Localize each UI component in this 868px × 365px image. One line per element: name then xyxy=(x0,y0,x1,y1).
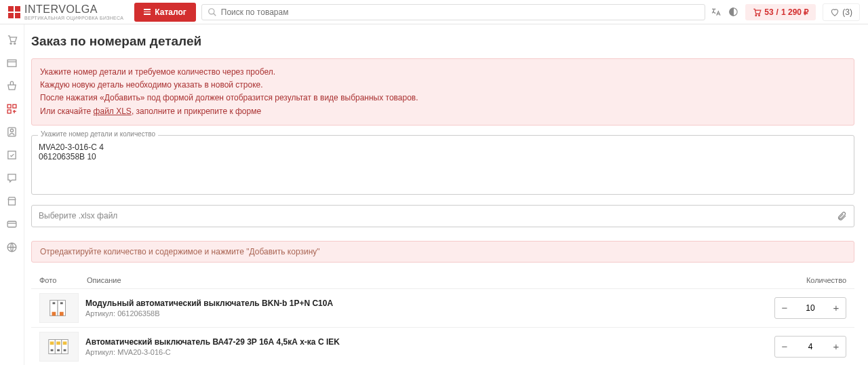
cart-total: 1 290 ₽ xyxy=(781,7,809,17)
logo-icon xyxy=(8,6,20,18)
logo[interactable]: INTERVOLGA ВЕРТИКАЛЬНАЯ ОЦИФРОВКА БИЗНЕС… xyxy=(8,3,123,20)
table-row: Автоматический выключатель ВА47-29 3Р 16… xyxy=(31,327,854,365)
svg-rect-8 xyxy=(7,104,11,108)
svg-line-1 xyxy=(214,13,216,16)
sidebar-cart-icon[interactable] xyxy=(5,33,19,46)
cart-icon xyxy=(752,7,762,17)
svg-rect-27 xyxy=(56,341,60,345)
sidebar-card-icon[interactable] xyxy=(5,217,19,231)
heart-icon xyxy=(830,7,840,17)
language-icon[interactable] xyxy=(711,7,722,18)
menu-icon xyxy=(144,9,151,15)
sidebar-order-parts-icon[interactable] xyxy=(5,102,19,115)
search-input[interactable] xyxy=(221,7,699,17)
qty-input[interactable] xyxy=(794,303,827,313)
product-title: Автоматический выключатель ВА47-29 3Р 16… xyxy=(85,337,774,347)
col-photo: Фото xyxy=(39,276,87,284)
svg-point-6 xyxy=(14,43,16,44)
product-sku: Артикул: MVA20-3-016-C xyxy=(85,348,774,356)
product-thumb xyxy=(39,293,79,323)
col-qty: Количество xyxy=(765,276,846,284)
svg-rect-29 xyxy=(51,349,54,351)
sidebar-globe-icon[interactable] xyxy=(5,240,19,254)
qty-minus-button[interactable]: − xyxy=(775,298,794,318)
product-sku: Артикул: 061206358B xyxy=(85,309,774,318)
cart-count: 53 xyxy=(764,7,773,17)
xls-download-link[interactable]: файл XLS xyxy=(94,107,132,116)
svg-rect-20 xyxy=(60,311,64,315)
wishlist-count: (3) xyxy=(842,7,852,17)
sidebar-basket-icon[interactable] xyxy=(5,79,19,92)
parts-field: Укажите номер детали и количество xyxy=(31,135,854,197)
page-title: Заказ по номерам деталей xyxy=(31,34,854,49)
sidebar-user-icon[interactable] xyxy=(5,125,19,138)
top-icons: 53 / 1 290 ₽ (3) xyxy=(711,3,860,21)
instructions-line2: Каждую новую деталь необходимо указать в… xyxy=(40,79,846,92)
main-content: Заказ по номерам деталей Укажите номер д… xyxy=(24,24,868,365)
svg-point-12 xyxy=(10,129,13,132)
svg-rect-26 xyxy=(50,341,54,345)
svg-rect-9 xyxy=(13,104,16,108)
svg-rect-19 xyxy=(52,311,56,315)
wishlist-summary[interactable]: (3) xyxy=(823,3,860,21)
col-desc: Описание xyxy=(87,276,765,284)
qty-input[interactable] xyxy=(794,342,827,351)
svg-point-5 xyxy=(10,43,12,44)
theme-icon[interactable] xyxy=(728,7,738,17)
svg-point-0 xyxy=(209,8,214,14)
cart-sep: / xyxy=(776,7,778,17)
logo-text: INTERVOLGA xyxy=(24,3,123,16)
search-icon xyxy=(208,7,217,17)
sidebar-box-icon[interactable] xyxy=(5,56,19,69)
file-placeholder: Выберите .xlsx файл xyxy=(39,211,117,220)
sidebar-chat-icon[interactable] xyxy=(5,171,19,185)
review-notice: Отредактируйте количество и содержимое и… xyxy=(31,241,854,263)
sidebar-store-icon[interactable] xyxy=(5,194,19,208)
file-input[interactable]: Выберите .xlsx файл xyxy=(31,205,854,227)
svg-point-3 xyxy=(755,14,757,16)
svg-rect-30 xyxy=(57,349,60,351)
catalog-label: Каталог xyxy=(155,7,186,17)
instructions-line1: Укажите номер детали и требуемое количес… xyxy=(40,66,846,79)
quantity-stepper: − + xyxy=(774,336,846,358)
svg-rect-7 xyxy=(7,60,16,66)
svg-rect-31 xyxy=(64,349,66,351)
search-box[interactable] xyxy=(201,4,705,20)
catalog-button[interactable]: Каталог xyxy=(134,3,196,22)
cart-summary[interactable]: 53 / 1 290 ₽ xyxy=(745,4,816,20)
svg-rect-22 xyxy=(60,302,63,304)
row-description: Автоматический выключатель ВА47-29 3Р 16… xyxy=(85,337,774,356)
qty-minus-button[interactable]: − xyxy=(775,337,794,357)
parts-field-label: Укажите номер детали и количество xyxy=(38,130,158,138)
quantity-stepper: − + xyxy=(774,297,846,319)
svg-rect-13 xyxy=(8,151,16,158)
logo-subtitle: ВЕРТИКАЛЬНАЯ ОЦИФРОВКА БИЗНЕСА xyxy=(24,16,123,20)
svg-rect-14 xyxy=(9,199,16,205)
product-thumb xyxy=(39,332,79,362)
svg-rect-15 xyxy=(7,221,16,227)
sidebar xyxy=(0,24,24,365)
product-title: Модульный автоматический выключатель BKN… xyxy=(85,299,774,308)
svg-point-4 xyxy=(759,14,760,16)
instructions-line4: Или скачайте файл XLS, заполните и прикр… xyxy=(40,105,846,118)
instructions-alert: Укажите номер детали и требуемое количес… xyxy=(31,58,854,126)
sidebar-edit-icon[interactable] xyxy=(5,148,19,161)
qty-plus-button[interactable]: + xyxy=(827,337,846,357)
svg-rect-21 xyxy=(53,302,56,304)
top-bar: INTERVOLGA ВЕРТИКАЛЬНАЯ ОЦИФРОВКА БИЗНЕС… xyxy=(0,0,868,24)
table-row: Модульный автоматический выключатель BKN… xyxy=(31,288,854,327)
row-description: Модульный автоматический выключатель BKN… xyxy=(85,299,774,318)
table-header: Фото Описание Количество xyxy=(31,272,854,288)
qty-plus-button[interactable]: + xyxy=(827,298,846,318)
svg-rect-10 xyxy=(7,109,11,113)
svg-rect-28 xyxy=(63,341,67,345)
parts-textarea[interactable] xyxy=(31,135,854,195)
attachment-icon xyxy=(837,211,847,221)
instructions-line3: После нажатия «Добавить» под формой долж… xyxy=(40,92,846,104)
